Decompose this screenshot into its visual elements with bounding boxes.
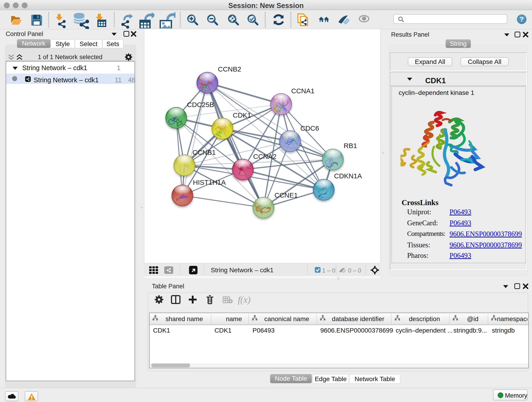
- svg-text:CDC25B: CDC25B: [187, 101, 214, 108]
- svg-text:CDKN1A: CDKN1A: [334, 172, 362, 180]
- svg-text:CCNE1: CCNE1: [274, 191, 298, 199]
- svg-text:HIST1H1A: HIST1H1A: [193, 179, 226, 186]
- svg-text:CDC6: CDC6: [300, 124, 319, 132]
- svg-text:CCNB1: CCNB1: [192, 148, 216, 156]
- svg-text:CCNA2: CCNA2: [253, 153, 277, 160]
- svg-text:CCNB2: CCNB2: [218, 65, 241, 73]
- svg-text:CCNA1: CCNA1: [291, 87, 315, 95]
- svg-text:CDK1: CDK1: [233, 111, 251, 119]
- svg-text:RB1: RB1: [344, 142, 357, 149]
